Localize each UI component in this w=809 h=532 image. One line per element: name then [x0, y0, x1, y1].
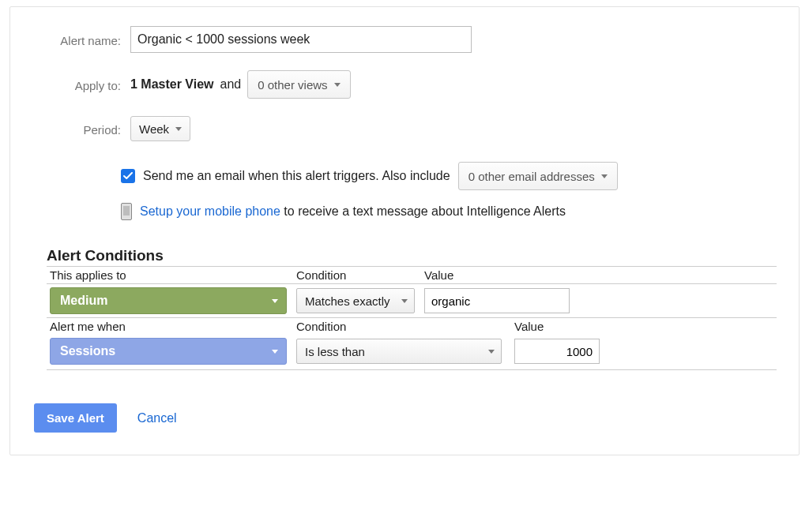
metric-dropdown-label: Sessions	[60, 344, 115, 358]
header-condition-1: Condition	[296, 268, 424, 282]
mobile-rest-text: to receive a text message about Intellig…	[280, 204, 566, 218]
met-condition-label: Is less than	[305, 345, 365, 358]
other-views-dropdown[interactable]: 0 other views	[247, 70, 350, 99]
header-applies-to: This applies to	[47, 268, 296, 282]
dimension-dropdown-label: Medium	[60, 294, 107, 308]
dimension-dropdown[interactable]: Medium	[50, 287, 287, 314]
conditions-header-1: This applies to Condition Value	[47, 266, 777, 284]
dim-condition-label: Matches exactly	[305, 294, 390, 308]
conditions-row-2: Sessions Is less than	[47, 335, 777, 370]
row-alert-name: Alert name:	[32, 26, 777, 53]
chevron-down-icon	[601, 174, 608, 178]
alert-panel: Alert name: Apply to: 1 Master View and …	[9, 6, 800, 455]
other-emails-dropdown[interactable]: 0 other email addresses	[458, 162, 618, 190]
row-apply-to: Apply to: 1 Master View and 0 other view…	[32, 70, 777, 99]
other-emails-dropdown-label: 0 other email addresses	[468, 170, 595, 183]
email-checkbox-label: Send me an email when this alert trigger…	[143, 169, 450, 183]
header-value-2: Value	[514, 320, 609, 333]
chevron-down-icon	[334, 83, 341, 87]
label-alert-name: Alert name:	[32, 34, 121, 47]
dim-value-input[interactable]	[424, 288, 570, 313]
period-dropdown[interactable]: Week	[130, 116, 190, 141]
chevron-down-icon	[401, 299, 408, 303]
header-condition-2: Condition	[296, 320, 514, 333]
save-button[interactable]: Save Alert	[34, 403, 117, 433]
chevron-down-icon	[272, 299, 278, 303]
phone-icon	[121, 203, 132, 220]
setup-mobile-link[interactable]: Setup your mobile phone	[140, 204, 280, 218]
chevron-down-icon	[175, 127, 182, 131]
header-value-1: Value	[424, 268, 574, 282]
alert-conditions-title: Alert Conditions	[47, 247, 777, 264]
apply-to-and: and	[220, 77, 242, 92]
label-period: Period:	[32, 123, 121, 137]
period-dropdown-label: Week	[139, 122, 169, 136]
chevron-down-icon	[272, 350, 278, 354]
conditions-header-2: Alert me when Condition Value	[47, 317, 777, 335]
row-period: Period: Week	[32, 116, 777, 141]
met-value-input[interactable]	[514, 339, 600, 364]
metric-dropdown[interactable]: Sessions	[50, 338, 287, 365]
apply-to-view: 1 Master View	[130, 77, 214, 92]
header-alert-me: Alert me when	[47, 320, 296, 333]
row-email-notify: Send me an email when this alert trigger…	[121, 162, 777, 190]
cancel-link[interactable]: Cancel	[137, 411, 177, 425]
conditions-row-1: Medium Matches exactly	[47, 284, 777, 317]
met-condition-select[interactable]: Is less than	[296, 339, 502, 364]
label-apply-to: Apply to:	[32, 79, 121, 92]
actions-row: Save Alert Cancel	[34, 403, 777, 433]
dim-condition-select[interactable]: Matches exactly	[296, 288, 415, 313]
row-mobile: Setup your mobile phone to receive a tex…	[121, 203, 777, 220]
alert-name-input[interactable]	[130, 26, 472, 53]
email-checkbox[interactable]	[121, 169, 135, 183]
other-views-dropdown-label: 0 other views	[258, 78, 327, 92]
chevron-down-icon	[488, 350, 495, 354]
